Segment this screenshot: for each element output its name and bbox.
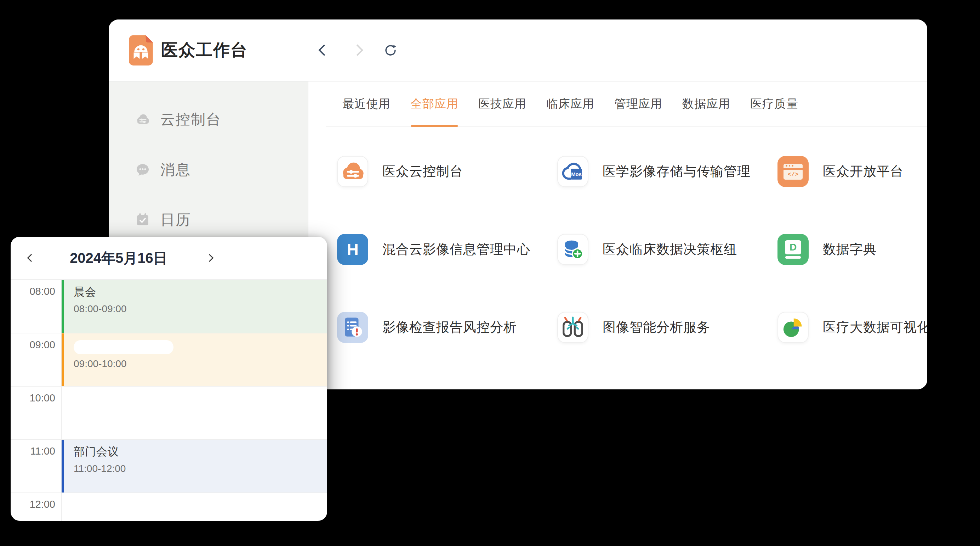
event-title-mask — [74, 340, 173, 354]
app-grid: 医众云控制台 Mos 医学影像存储与传输管理 </> — [337, 156, 927, 390]
event-time: 09:00-10:00 — [74, 358, 327, 370]
data-dictionary-book-icon: D — [785, 240, 801, 259]
nav-buttons — [316, 19, 399, 81]
app-item-image-ai-analysis[interactable]: 图像智能分析服务 — [557, 312, 778, 390]
app-category-tabs: 最近使用 全部应用 医技应用 临床应用 管理应用 数据应用 医疗质量 — [326, 81, 927, 127]
calendar-day-view: 08:00 晨会 08:00-09:00 09:00 09:00-10:00 1… — [11, 280, 327, 521]
time-label: 11:00 — [11, 440, 62, 492]
sidebar-item-label: 日历 — [161, 210, 191, 230]
app-label: 数据字典 — [823, 234, 877, 265]
calendar-next-button[interactable] — [200, 237, 220, 279]
report-risk-alert-icon — [337, 312, 368, 343]
tab-medtech-apps[interactable]: 医技应用 — [478, 81, 527, 126]
content-area: 最近使用 全部应用 医技应用 临床应用 管理应用 数据应用 医疗质量 医众云控制… — [309, 81, 927, 390]
app-item-data-dictionary[interactable]: D 数据字典 — [778, 234, 927, 312]
calendar-row-1000: 10:00 — [11, 386, 327, 439]
app-label: 医学影像存储与传输管理 — [603, 156, 751, 187]
app-label: 影像检查报告风控分析 — [382, 312, 517, 343]
hybrid-cloud-h-icon: H — [347, 240, 358, 259]
database-plus-icon — [558, 234, 588, 265]
tab-recent[interactable]: 最近使用 — [342, 81, 390, 126]
app-tile: H — [337, 234, 368, 265]
cloud-settings-icon — [134, 111, 151, 128]
sidebar-item-cloud-console[interactable]: 云控制台 — [109, 109, 308, 130]
tab-all-apps[interactable]: 全部应用 — [410, 81, 458, 126]
event-title: 部门会议 — [74, 444, 327, 459]
back-button[interactable] — [316, 42, 332, 59]
tab-quality[interactable]: 医疗质量 — [750, 81, 799, 126]
chevron-right-icon — [352, 44, 363, 56]
app-tile — [337, 156, 368, 187]
app-item-cloud-console[interactable]: 医众云控制台 — [337, 156, 557, 234]
sidebar-item-messages[interactable]: 消息 — [109, 159, 308, 181]
chevron-left-icon — [27, 254, 35, 262]
time-label: 08:00 — [11, 280, 62, 333]
pie-chart-icon — [778, 312, 808, 343]
tab-clinical-apps[interactable]: 临床应用 — [546, 81, 595, 126]
calendar-row-1100: 11:00 部门会议 11:00-12:00 — [11, 439, 327, 492]
app-label: 医众云控制台 — [382, 156, 463, 187]
time-label: 12:00 — [11, 493, 62, 521]
app-label: 图像智能分析服务 — [603, 312, 710, 343]
calendar-check-icon — [134, 211, 151, 228]
app-label: 医疗大数据可视化 — [823, 312, 927, 343]
calendar-event-masked[interactable]: 09:00-10:00 — [62, 334, 327, 386]
app-tile: D — [778, 234, 809, 265]
app-tile — [557, 312, 589, 343]
refresh-button[interactable] — [382, 42, 399, 59]
event-time: 11:00-12:00 — [74, 463, 327, 474]
open-platform-code-icon: </> — [783, 164, 803, 180]
calendar-prev-button[interactable] — [21, 237, 41, 279]
cloud-storage-mos-icon: Mos — [558, 156, 588, 187]
app-tile — [337, 312, 368, 343]
app-item-pacs-storage[interactable]: Mos 医学影像存储与传输管理 — [557, 156, 778, 234]
tab-data-apps[interactable]: 数据应用 — [682, 81, 730, 126]
app-item-hybrid-cloud-imaging[interactable]: H 混合云影像信息管理中心 — [337, 234, 557, 312]
app-tile — [557, 234, 589, 265]
calendar-row-0900: 09:00 09:00-10:00 — [11, 333, 327, 386]
app-item-clinical-data-hub[interactable]: 医众临床数据决策枢纽 — [557, 234, 778, 312]
calendar-header: 2024年5月16日 — [11, 237, 327, 280]
chevron-left-icon — [318, 44, 330, 56]
app-tile: </> — [778, 156, 809, 187]
lungs-ai-icon — [558, 312, 588, 343]
message-bubble-icon — [134, 161, 151, 178]
sidebar-item-label: 消息 — [161, 160, 191, 180]
calendar-date-label: 2024年5月16日 — [53, 237, 184, 279]
app-item-report-risk-analysis[interactable]: 影像检查报告风控分析 — [337, 312, 557, 390]
event-time: 08:00-09:00 — [74, 303, 327, 315]
calendar-event-morning-meeting[interactable]: 晨会 08:00-09:00 — [62, 280, 327, 333]
calendar-event-department-meeting[interactable]: 部门会议 11:00-12:00 — [62, 440, 327, 492]
window-header: 医众工作台 — [109, 19, 927, 81]
event-title: 晨会 — [74, 284, 327, 299]
app-label: 混合云影像信息管理中心 — [382, 234, 530, 265]
tab-admin-apps[interactable]: 管理应用 — [614, 81, 662, 126]
forward-button[interactable] — [349, 42, 365, 59]
app-item-bigdata-visualization[interactable]: 医疗大数据可视化 — [778, 312, 927, 390]
chevron-right-icon — [206, 254, 214, 262]
app-tile: Mos — [557, 156, 589, 187]
refresh-icon — [382, 42, 399, 59]
app-label: 医众临床数据决策枢纽 — [603, 234, 737, 265]
app-item-open-platform[interactable]: </> 医众开放平台 — [778, 156, 927, 234]
page-title: 医众工作台 — [161, 39, 248, 61]
yizhong-logo-icon — [126, 33, 156, 67]
calendar-row-1200: 12:00 — [11, 492, 327, 521]
app-label: 医众开放平台 — [823, 156, 904, 187]
calendar-panel: 2024年5月16日 08:00 晨会 08:00-09:00 09:00 09… — [11, 237, 327, 521]
cloud-console-icon — [338, 156, 368, 187]
sidebar-item-calendar[interactable]: 日历 — [109, 209, 308, 231]
app-tile — [778, 312, 809, 343]
time-label: 09:00 — [11, 334, 62, 386]
sidebar-item-label: 云控制台 — [161, 110, 221, 129]
calendar-row-0800: 08:00 晨会 08:00-09:00 — [11, 280, 327, 333]
svg-text:Mos: Mos — [571, 171, 582, 177]
time-label: 10:00 — [11, 386, 62, 439]
